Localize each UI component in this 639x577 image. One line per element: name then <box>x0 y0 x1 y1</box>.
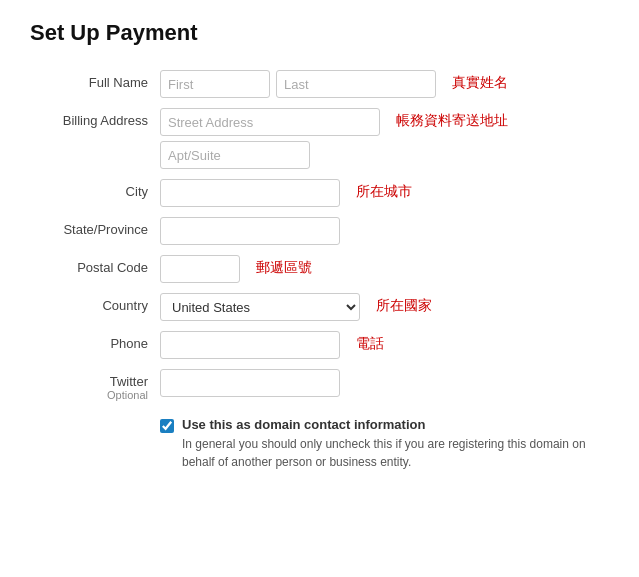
city-row: City 所在城市 <box>30 179 609 207</box>
twitter-label-group: Twitter Optional <box>30 369 160 401</box>
checkbox-description: In general you should only uncheck this … <box>182 435 609 471</box>
country-row: Country United States Canada United King… <box>30 293 609 321</box>
phone-label: Phone <box>30 331 160 351</box>
state-input[interactable] <box>160 217 340 245</box>
phone-fields: 電話 <box>160 331 384 359</box>
twitter-label: Twitter <box>110 374 148 389</box>
state-label: State/Province <box>30 217 160 237</box>
twitter-input[interactable] <box>160 369 340 397</box>
twitter-row: Twitter Optional <box>30 369 609 401</box>
phone-annotation: 電話 <box>356 331 384 359</box>
postal-row: Postal Code 郵遞區號 <box>30 255 609 283</box>
state-row: State/Province <box>30 217 609 245</box>
city-label: City <box>30 179 160 199</box>
page-title: Set Up Payment <box>30 20 609 46</box>
twitter-sublabel: Optional <box>107 389 148 401</box>
city-input[interactable] <box>160 179 340 207</box>
phone-row: Phone 電話 <box>30 331 609 359</box>
full-name-row: Full Name 真實姓名 <box>30 70 609 98</box>
full-name-annotation: 真實姓名 <box>452 70 508 98</box>
domain-contact-checkbox[interactable] <box>160 419 174 433</box>
phone-input[interactable] <box>160 331 340 359</box>
domain-contact-row: Use this as domain contact information I… <box>160 417 609 471</box>
last-name-input[interactable] <box>276 70 436 98</box>
country-select[interactable]: United States Canada United Kingdom Aust… <box>160 293 360 321</box>
checkbox-label: Use this as domain contact information <box>182 417 425 432</box>
postal-annotation: 郵遞區號 <box>256 255 312 283</box>
billing-address-fields: 帳務資料寄送地址 <box>160 108 508 169</box>
country-label: Country <box>30 293 160 313</box>
billing-address-label: Billing Address <box>30 108 160 128</box>
apt-suite-input[interactable] <box>160 141 310 169</box>
postal-code-input[interactable] <box>160 255 240 283</box>
full-name-label: Full Name <box>30 70 160 90</box>
city-fields: 所在城市 <box>160 179 412 207</box>
billing-annotation: 帳務資料寄送地址 <box>396 108 508 136</box>
street-address-input[interactable] <box>160 108 380 136</box>
postal-label: Postal Code <box>30 255 160 275</box>
checkbox-text-group: Use this as domain contact information I… <box>182 417 609 471</box>
full-name-fields: 真實姓名 <box>160 70 508 98</box>
city-annotation: 所在城市 <box>356 179 412 207</box>
country-annotation: 所在國家 <box>376 293 432 321</box>
billing-address-row: Billing Address 帳務資料寄送地址 <box>30 108 609 169</box>
country-fields: United States Canada United Kingdom Aust… <box>160 293 432 321</box>
first-name-input[interactable] <box>160 70 270 98</box>
postal-fields: 郵遞區號 <box>160 255 312 283</box>
